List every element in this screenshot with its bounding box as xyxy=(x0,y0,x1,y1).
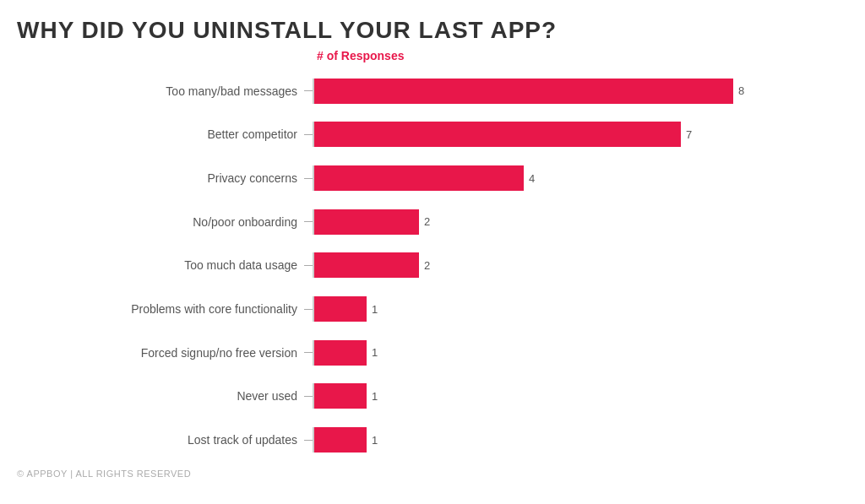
bar-wrapper: 1 xyxy=(313,427,840,453)
bar-tick xyxy=(304,265,313,266)
bar-label: Forced signup/no free version xyxy=(17,346,304,360)
axis-line xyxy=(313,122,314,147)
chart-area: Too many/bad messages8Better competitor7… xyxy=(17,69,840,462)
bar-tick xyxy=(304,352,313,353)
bar-value: 1 xyxy=(372,390,378,403)
bar-row: Problems with core functionality1 xyxy=(17,290,840,328)
bar-tick xyxy=(304,221,313,222)
bar-wrapper: 1 xyxy=(313,383,840,409)
axis-line xyxy=(313,427,314,453)
bar xyxy=(314,383,367,409)
bar-tick xyxy=(304,309,313,310)
axis-line xyxy=(313,252,314,278)
bar-label: Lost track of updates xyxy=(17,433,304,447)
chart-container: WHY DID YOU UNINSTALL YOUR LAST APP? # o… xyxy=(0,0,865,504)
bar-row: Lost track of updates1 xyxy=(17,421,840,458)
bar-label: No/poor onboarding xyxy=(17,215,304,229)
bar xyxy=(314,340,367,366)
bar-row: Better competitor7 xyxy=(17,116,840,153)
bar-label: Never used xyxy=(17,389,304,403)
bar-row: Privacy concerns4 xyxy=(17,160,840,197)
bar-tick xyxy=(304,396,313,397)
bar xyxy=(314,296,367,322)
axis-line xyxy=(313,296,314,322)
bar-wrapper: 8 xyxy=(313,79,840,104)
bar-wrapper: 7 xyxy=(313,122,840,147)
bar-wrapper: 1 xyxy=(313,296,840,322)
axis-line xyxy=(313,383,314,409)
bar-label: Too much data usage xyxy=(17,258,304,272)
bar-value: 8 xyxy=(738,84,744,97)
bar-value: 1 xyxy=(372,303,378,316)
bar xyxy=(314,427,367,453)
bar-value: 1 xyxy=(372,346,378,359)
bar xyxy=(314,79,733,104)
bar xyxy=(314,165,524,191)
bar-wrapper: 4 xyxy=(313,165,840,191)
bar-tick xyxy=(304,90,313,91)
bar-value: 2 xyxy=(424,259,430,272)
bar-row: Too much data usage2 xyxy=(17,247,840,284)
bar-label: Too many/bad messages xyxy=(17,84,304,98)
bar-tick xyxy=(304,440,313,441)
axis-line xyxy=(313,79,314,104)
bar-row: Too many/bad messages8 xyxy=(17,73,840,110)
axis-line xyxy=(313,209,314,235)
bar-tick xyxy=(304,178,313,179)
chart-title: WHY DID YOU UNINSTALL YOUR LAST APP? xyxy=(17,17,840,44)
bar-value: 2 xyxy=(424,215,430,228)
bar-value: 4 xyxy=(529,172,535,185)
bar-label: Problems with core functionality xyxy=(17,302,304,316)
bar-row: No/poor onboarding2 xyxy=(17,203,840,241)
bar xyxy=(314,209,419,235)
bar xyxy=(314,122,681,147)
bar-row: Never used1 xyxy=(17,377,840,415)
bar-row: Forced signup/no free version1 xyxy=(17,334,840,371)
bar-wrapper: 2 xyxy=(313,252,840,278)
axis-label: # of Responses xyxy=(317,49,840,62)
axis-line xyxy=(313,340,314,366)
axis-line xyxy=(313,165,314,191)
bar-label: Better competitor xyxy=(17,127,304,141)
bar-wrapper: 2 xyxy=(313,209,840,235)
bar xyxy=(314,252,419,278)
footer: © APPBOY | ALL RIGHTS RESERVED xyxy=(17,469,840,479)
bar-value: 1 xyxy=(372,434,378,447)
bar-wrapper: 1 xyxy=(313,340,840,366)
bar-value: 7 xyxy=(686,128,692,141)
bar-tick xyxy=(304,134,313,135)
bar-label: Privacy concerns xyxy=(17,171,304,185)
